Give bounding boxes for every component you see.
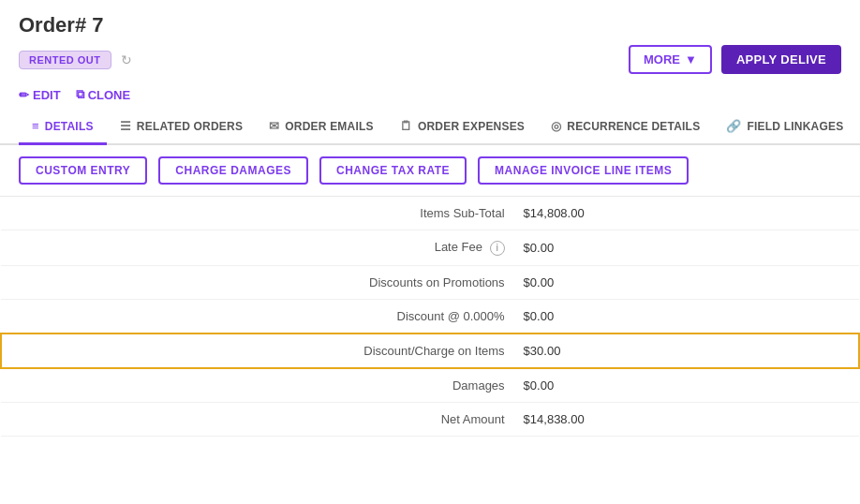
tab-recurrence-label: RECURRENCE DETAILS [567,120,700,133]
tab-related-orders-label: RELATED ORDERS [137,120,243,133]
edit-label: EDIT [33,88,61,102]
table-row: Discounts on Promotions $0.00 [1,265,859,299]
action-links: ✏ EDIT ⧉ CLONE [19,82,841,110]
header: Order# 7 RENTED OUT ↻ MORE ▼ APPLY DELIV… [0,0,860,110]
tab-field-linkages[interactable]: 🔗 FIELD LINKAGES [713,110,856,145]
action-buttons-row: CUSTOM ENTRY CHARGE DAMAGES CHANGE TAX R… [0,145,860,197]
apply-button[interactable]: APPLY DELIVE [721,45,841,74]
summary-table: Items Sub-Total $14,808.00 Late Fee i $0… [0,197,860,437]
chevron-down-icon: ▼ [685,52,697,67]
discount-percent-label: Discount @ 0.000% [1,299,516,334]
header-left: RENTED OUT ↻ [19,51,132,69]
tab-field-linkages-label: FIELD LINKAGES [748,120,844,133]
order-expenses-icon: 🗒 [400,119,412,133]
status-badge[interactable]: RENTED OUT [19,51,111,69]
header-right: MORE ▼ APPLY DELIVE [629,45,841,74]
clone-label: CLONE [88,88,131,102]
late-fee-label: Late Fee i [1,230,516,266]
edit-link[interactable]: ✏ EDIT [19,88,61,102]
tab-order-emails[interactable]: ✉ ORDER EMAILS [256,110,387,145]
late-fee-value: $0.00 [516,230,859,266]
details-icon: ≡ [32,119,39,133]
clone-link[interactable]: ⧉ CLONE [76,87,131,102]
header-row: RENTED OUT ↻ MORE ▼ APPLY DELIVE [19,45,841,74]
table-row: Items Sub-Total $14,808.00 [1,197,859,230]
manage-invoice-button[interactable]: MANAGE INVOICE LINE ITEMS [478,156,689,185]
edit-icon: ✏ [19,88,29,102]
discounts-promotions-value: $0.00 [516,265,859,299]
damages-value: $0.00 [516,368,859,403]
tab-order-emails-label: ORDER EMAILS [285,120,373,133]
discounts-promotions-label: Discounts on Promotions [1,265,516,299]
tabs-bar: ≡ DETAILS ☰ RELATED ORDERS ✉ ORDER EMAIL… [0,110,860,145]
table-row-highlight: Discount/Charge on Items $30.00 [1,334,859,368]
net-amount-label: Net Amount [1,402,516,436]
discount-charge-value: $30.00 [516,334,859,368]
tab-recurrence-details[interactable]: ◎ RECURRENCE DETAILS [538,110,713,145]
items-subtotal-label: Items Sub-Total [1,197,516,230]
tab-order-expenses-label: ORDER EXPENSES [418,120,525,133]
tab-details[interactable]: ≡ DETAILS [19,110,107,145]
table-row: Net Amount $14,838.00 [1,402,859,436]
charge-damages-button[interactable]: CHARGE DAMAGES [158,156,308,185]
page-container: Order# 7 RENTED OUT ↻ MORE ▼ APPLY DELIV… [0,0,860,504]
change-tax-rate-button[interactable]: CHANGE TAX RATE [319,156,467,185]
more-label: MORE [644,52,680,67]
field-linkages-icon: 🔗 [726,119,741,133]
custom-entry-button[interactable]: CUSTOM ENTRY [19,156,147,185]
related-orders-icon: ☰ [120,119,131,133]
late-fee-info-icon[interactable]: i [490,241,505,256]
order-emails-icon: ✉ [269,119,279,133]
table-row: Damages $0.00 [1,368,859,403]
table-row: Discount @ 0.000% $0.00 [1,299,859,334]
content-area: CUSTOM ENTRY CHARGE DAMAGES CHANGE TAX R… [0,145,860,437]
table-row: Late Fee i $0.00 [1,230,859,266]
more-button[interactable]: MORE ▼ [629,45,712,74]
clone-icon: ⧉ [76,87,84,102]
net-amount-value: $14,838.00 [516,402,859,436]
discount-charge-label: Discount/Charge on Items [1,334,516,368]
tab-order-expenses[interactable]: 🗒 ORDER EXPENSES [387,110,538,145]
items-subtotal-value: $14,808.00 [516,197,859,230]
refresh-icon[interactable]: ↻ [121,52,132,67]
tab-details-label: DETAILS [45,120,94,133]
damages-label: Damages [1,368,516,403]
tab-related-orders[interactable]: ☰ RELATED ORDERS [107,110,256,145]
discount-percent-value: $0.00 [516,299,859,334]
order-title: Order# 7 [19,13,841,37]
recurrence-icon: ◎ [551,119,561,133]
